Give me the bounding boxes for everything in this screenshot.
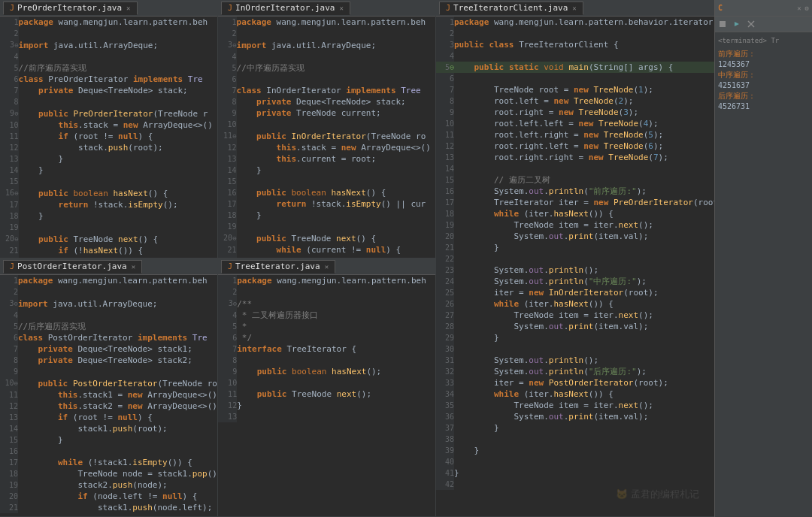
tab-bar-client: J TreeIteratorClient.java ✕ — [436, 0, 714, 17]
tab-label-preorder: PreOrderIterator.java — [17, 3, 122, 13]
rerun-button[interactable] — [731, 18, 743, 30]
code-scroll-treeiterator[interactable]: 1package wang.mengjun.learn.pattern.beh … — [218, 275, 435, 516]
editor-grid: J PreOrderIterator.java ✕ 1package wang.… — [0, 0, 714, 517]
tab-bar-inorder: J InOrderIterator.java ✕ — [218, 0, 435, 17]
tab-bar-treeiterator: J TreeIterator.java ✕ — [218, 258, 435, 275]
tab-bar-postorder: J PostOrderIterator.java ✕ — [0, 258, 217, 275]
code-area-treeiterator: 1package wang.mengjun.learn.pattern.beh … — [218, 275, 435, 516]
code-area-client: 1package wang.mengjun.learn.pattern.beha… — [436, 17, 714, 516]
close-console-button[interactable] — [745, 18, 757, 30]
pane-client: J TreeIteratorClient.java ✕ 1package wan… — [436, 0, 714, 517]
stop-button[interactable] — [717, 18, 729, 30]
close-right-panel-icon[interactable]: ✕ — [797, 5, 801, 12]
console-line-zhongxu-label: 中序遍历： — [718, 70, 809, 80]
console-line-qianxu-value: 1245367 — [718, 59, 809, 70]
java-file-icon: J — [10, 4, 14, 12]
java-file-icon-treeiterator: J — [228, 262, 232, 271]
main-area: J PreOrderIterator.java ✕ 1package wang.… — [0, 0, 714, 517]
code-area-inorder: 1package wang.mengjun.learn.pattern.beh … — [218, 17, 435, 258]
svg-rect-0 — [720, 21, 726, 27]
tab-close-client[interactable]: ✕ — [572, 5, 576, 12]
console-output: <terminated> Tr 前序遍历： 1245367 中序遍历： 4251… — [715, 32, 812, 115]
tab-close-inorder[interactable]: ✕ — [339, 5, 343, 12]
right-panel-tab-bar: C ✕ ⚙ — [715, 0, 812, 17]
tab-preorder[interactable]: J PreOrderIterator.java ✕ — [3, 2, 138, 15]
pane-treeiterator: J TreeIterator.java ✕ 1package wang.meng… — [218, 258, 436, 517]
java-file-icon-postorder: J — [10, 262, 14, 271]
tab-label-treeiterator: TreeIterator.java — [235, 262, 320, 271]
tab-treeiterator[interactable]: J TreeIterator.java ✕ — [221, 260, 335, 274]
tab-label-client: TreeIteratorClient.java — [453, 3, 568, 13]
tab-bar-preorder: J PreOrderIterator.java ✕ — [0, 0, 217, 17]
java-file-icon-inorder: J — [228, 4, 232, 12]
console-toolbar — [715, 17, 812, 32]
tab-label-postorder: PostOrderIterator.java — [17, 262, 127, 271]
settings-icon[interactable]: ⚙ — [805, 5, 809, 12]
pane-preorder: J PreOrderIterator.java ✕ 1package wang.… — [0, 0, 218, 258]
right-panel: C ✕ ⚙ <terminated> Tr 前序遍历： 1245367 中序遍历… — [714, 0, 812, 517]
console-line-houxu-label: 后序遍历： — [718, 91, 809, 101]
code-scroll-preorder[interactable]: 1package wang.mengjun.learn.pattern.beh … — [0, 17, 217, 258]
code-scroll-inorder[interactable]: 1package wang.mengjun.learn.pattern.beh … — [218, 17, 435, 258]
tab-inorder[interactable]: J InOrderIterator.java ✕ — [221, 2, 350, 15]
tab-close-preorder[interactable]: ✕ — [126, 5, 130, 12]
console-tab-c-icon: C — [718, 4, 723, 12]
tab-label-inorder: InOrderIterator.java — [235, 3, 335, 13]
console-line-zhongxu-value: 4251637 — [718, 80, 809, 91]
tab-client[interactable]: J TreeIteratorClient.java ✕ — [439, 2, 583, 15]
java-file-icon-client: J — [446, 4, 450, 12]
console-line-houxu-value: 4526731 — [718, 101, 809, 112]
pane-postorder: J PostOrderIterator.java ✕ 1package wang… — [0, 258, 218, 517]
tab-close-postorder[interactable]: ✕ — [132, 263, 135, 271]
code-area-postorder: 1package wang.mengjun.learn.pattern.beh … — [0, 275, 217, 516]
console-line-qianxu-label: 前序遍历： — [718, 49, 809, 59]
code-scroll-postorder[interactable]: 1package wang.mengjun.learn.pattern.beh … — [0, 275, 217, 516]
tab-close-treeiterator[interactable]: ✕ — [325, 263, 329, 271]
console-terminated-label: <terminated> Tr — [718, 35, 809, 46]
code-scroll-client[interactable]: 1package wang.mengjun.learn.pattern.beha… — [436, 17, 714, 516]
tab-postorder[interactable]: J PostOrderIterator.java ✕ — [3, 260, 142, 274]
pane-inorder: J InOrderIterator.java ✕ 1package wang.m… — [218, 0, 436, 258]
code-area-preorder: 1package wang.mengjun.learn.pattern.beh … — [0, 17, 217, 258]
